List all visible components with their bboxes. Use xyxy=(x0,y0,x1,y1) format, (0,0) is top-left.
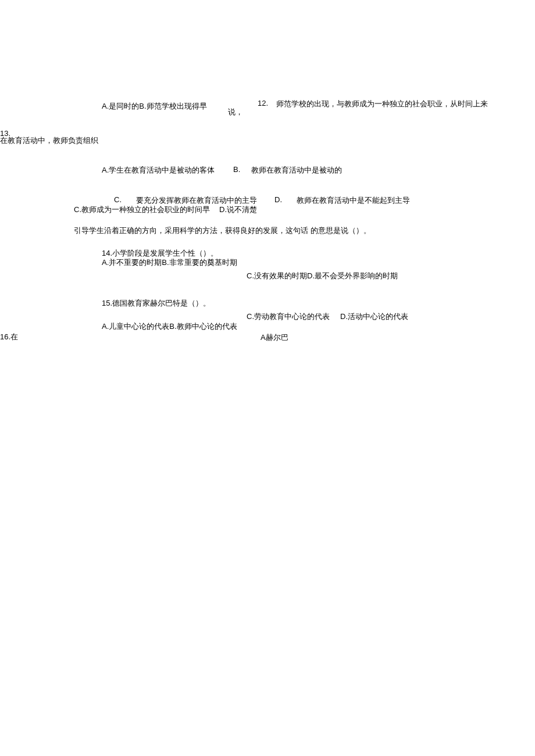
q13-option-a: A.学生在教育活动中是被动的客体 xyxy=(102,165,215,175)
q12-stem-part: 师范学校的出现，与教师成为一种独立的社会职业，从时间上来 xyxy=(276,99,488,109)
q13-option-c-letter: C. xyxy=(114,195,122,204)
q16-number: 16.在 xyxy=(0,332,18,342)
q13-option-b-letter: B. xyxy=(233,165,240,174)
text-shuo: 说， xyxy=(228,107,243,117)
q13-option-b-text: 教师在教育活动中是被动的 xyxy=(251,165,342,175)
q15-stem: 15.德国教育家赫尔巴特是（）。 xyxy=(102,298,211,309)
q12-option-d: D.说不清楚 xyxy=(219,205,257,215)
q13-stem-full: 引导学生沿着正确的方向，采用科学的方法，获得良好的发展，这句话 的意思是说（）。 xyxy=(74,225,371,236)
q14-option-a-b: A.并不重要的时期B.非常重要的奠基时期 xyxy=(102,257,237,268)
q12-number: 12. xyxy=(258,99,268,108)
q13-option-d-text: 教师在教育活动中是不能起到主导 xyxy=(297,195,410,206)
q14-option-c-d: C.没有效果的时期D.最不会受外界影响的时期 xyxy=(247,271,398,281)
q12-option-a-b: A.是同时的B.师范学校出现得早 xyxy=(102,101,207,112)
q13-stem-fragment: 在教育活动中，教师负责组织 xyxy=(0,135,98,146)
q15-option-d: D.活动中心论的代表 xyxy=(340,311,408,322)
q15-option-c: C.劳动教育中心论的代表 xyxy=(247,311,330,322)
q15-option-a-b: A.儿童中心论的代表B.教师中心论的代表 xyxy=(102,321,237,332)
q13-option-d-letter: D. xyxy=(274,195,282,204)
q12-option-c: C.教师成为一种独立的社会职业的时间早 xyxy=(74,205,210,215)
text-hebaer: A赫尔巴 xyxy=(261,332,288,343)
